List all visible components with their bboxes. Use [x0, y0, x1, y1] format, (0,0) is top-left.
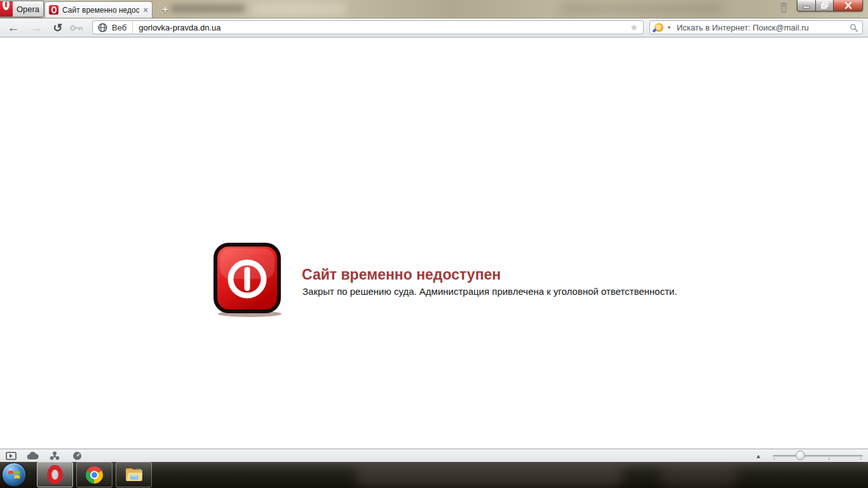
tab-close-icon[interactable]: × — [143, 5, 148, 15]
tab-title: Сайт временно недос... — [62, 6, 139, 15]
turbo-gauge-icon[interactable] — [70, 451, 84, 461]
zoom-slider-thumb[interactable] — [796, 451, 805, 460]
search-field[interactable]: @ ▼ — [649, 20, 863, 34]
zoom-slider[interactable] — [773, 449, 863, 463]
url-input[interactable] — [133, 23, 625, 32]
glass-blur-artifact — [170, 4, 245, 13]
opera-menu-label: Opera — [13, 1, 43, 17]
reload-button[interactable]: ↻ — [50, 18, 66, 37]
opera-logo-icon — [0, 1, 13, 17]
screen: Opera Сайт временно недос... × + — [0, 0, 868, 488]
chrome-icon — [86, 466, 103, 484]
windows-taskbar: EN ▲ — [0, 462, 868, 488]
panels-toggle-icon[interactable] — [4, 451, 18, 461]
search-input[interactable] — [675, 22, 845, 33]
zoom-tick — [860, 458, 861, 460]
tab-favicon-opera-icon — [49, 5, 58, 15]
search-magnifier-icon[interactable] — [850, 24, 858, 32]
glass-blur-artifact — [251, 3, 346, 15]
power-off-icon — [212, 242, 284, 321]
minimize-button[interactable] — [797, 0, 816, 11]
back-button[interactable]: ← — [5, 18, 22, 37]
taskbar-opera-button[interactable] — [37, 462, 73, 487]
address-bar[interactable]: Веб ★ — [92, 20, 644, 34]
forward-button[interactable]: → — [28, 18, 44, 37]
window-controls — [797, 0, 863, 11]
protocol-badge[interactable]: Веб — [112, 23, 126, 32]
titlebar: Opera Сайт временно недос... × + — [0, 0, 868, 18]
panel-up-arrow-icon[interactable]: ▲ — [756, 453, 761, 459]
taskbar-blur-artifact — [661, 463, 737, 487]
statusbar-right: ▲ — [756, 449, 868, 463]
mailru-search-icon: @ — [654, 23, 663, 32]
password-key-icon[interactable] — [67, 18, 86, 37]
start-button[interactable] — [2, 463, 26, 487]
search-engine-dropdown-icon[interactable]: ▼ — [667, 25, 672, 30]
new-tab-button[interactable]: + — [158, 4, 173, 15]
glass-blur-artifact — [559, 1, 724, 17]
folder-icon — [125, 467, 143, 482]
browser-tab[interactable]: Сайт временно недос... × — [44, 1, 153, 18]
restore-button[interactable] — [816, 0, 834, 11]
closed-tabs-trash-icon[interactable] — [778, 2, 790, 16]
opera-icon — [47, 465, 63, 484]
error-heading: Сайт временно недоступен — [302, 266, 501, 283]
close-button[interactable] — [834, 0, 863, 11]
taskbar-blur-artifact — [356, 464, 623, 486]
zoom-tick — [774, 458, 775, 460]
zoom-tick — [829, 458, 829, 460]
error-description: Закрыт по решению суда. Администрация пр… — [302, 286, 677, 297]
sync-cloud-icon[interactable] — [25, 451, 39, 461]
taskbar-chrome-button[interactable] — [76, 462, 112, 487]
page-content: Сайт временно недоступен Закрыт по решен… — [0, 37, 868, 449]
navigation-bar: ← → ↻ Веб ★ @ — [0, 18, 868, 37]
taskbar-explorer-button[interactable] — [116, 462, 152, 487]
bookmark-star-icon[interactable]: ★ — [630, 22, 638, 32]
opera-status-bar: ▲ — [0, 449, 868, 462]
globe-icon — [98, 23, 107, 32]
opera-menu-button[interactable]: Opera — [0, 1, 44, 17]
unite-icon[interactable] — [48, 451, 62, 461]
zoom-slider-track[interactable] — [773, 455, 863, 457]
windows-flag-icon — [8, 469, 20, 480]
